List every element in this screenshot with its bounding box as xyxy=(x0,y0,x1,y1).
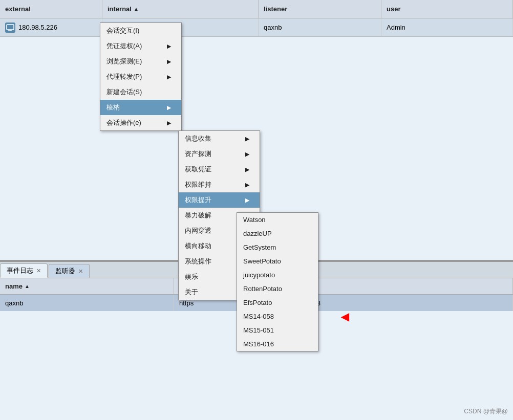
menu-item-session-op[interactable]: 会话操作(e) ▶ xyxy=(100,115,181,130)
menu-item-browse[interactable]: 浏览探测(E) ▶ xyxy=(100,54,181,69)
header-internal: internal ▲ xyxy=(102,0,259,18)
menu-item-juicypotato[interactable]: juicypotato xyxy=(237,268,318,282)
menu-item-get-cred[interactable]: 获取凭证 ▶ xyxy=(179,162,260,177)
submenu-arrow: ▶ xyxy=(167,74,171,80)
tab-event-log[interactable]: 事件日志 ✕ xyxy=(0,263,48,278)
table-row[interactable]: 180.98.5.226 192.168.138.136 qaxnb Admin xyxy=(0,18,513,37)
submenu-arrow: ▶ xyxy=(245,151,249,158)
menu-item-credential[interactable]: 凭证提权(A) ▶ xyxy=(100,38,181,54)
red-arrow-annotation: ◀ xyxy=(341,311,349,323)
menu-item-proxy[interactable]: 代理转发(P) ▶ xyxy=(100,69,181,84)
watermark: CSDN @青果@ xyxy=(464,407,508,416)
menu-item-ms14-058[interactable]: MS14-058 ◀ xyxy=(237,310,318,323)
menu-item-efspotato[interactable]: EfsPotato xyxy=(237,296,318,310)
tab-listener[interactable]: 监听器 ✕ xyxy=(49,264,90,278)
menu-item-rottenpotato[interactable]: RottenPotato xyxy=(237,282,318,296)
header-user: user xyxy=(381,0,513,18)
menu-item-getsystem[interactable]: GetSystem xyxy=(237,240,318,254)
menu-item-watson[interactable]: Watson xyxy=(237,213,318,227)
menu-item-dazzleup[interactable]: dazzleUP xyxy=(237,227,318,240)
svg-rect-0 xyxy=(7,25,14,30)
menu-item-new-session[interactable]: 新建会话(S) xyxy=(100,84,181,100)
bottom-sort-icon: ▲ xyxy=(25,283,30,289)
submenu-arrow: ▶ xyxy=(167,43,171,50)
menu-item-session-interact[interactable]: 会话交互(I) xyxy=(100,23,181,38)
submenu-arrow: ▶ xyxy=(245,136,249,142)
header-external: external xyxy=(0,0,102,18)
row-icon xyxy=(5,23,15,33)
cell-listener: qaxnb xyxy=(259,18,381,36)
menu-item-ms16-016[interactable]: MS16-016 xyxy=(237,337,318,351)
context-menu-level1: 会话交互(I) 凭证提权(A) ▶ 浏览探测(E) ▶ 代理转发(P) ▶ 新建… xyxy=(100,23,182,131)
submenu-arrow: ▶ xyxy=(245,197,249,204)
submenu-arrow: ▶ xyxy=(167,104,171,111)
menu-item-asset-detect[interactable]: 资产探测 ▶ xyxy=(179,146,260,162)
menu-item-priv-escalate[interactable]: 权限提升 ▶ xyxy=(179,192,260,208)
context-menu-level3: Watson dazzleUP GetSystem SweetPotato ju… xyxy=(237,212,318,351)
menu-item-info-collect[interactable]: 信息收集 ▶ xyxy=(179,131,260,146)
bottom-cell-name: qaxnb xyxy=(0,295,174,311)
bottom-header-name: name ▲ xyxy=(0,278,174,294)
table-header: external internal ▲ listener user xyxy=(0,0,513,18)
cell-external: 180.98.5.226 xyxy=(0,18,102,36)
main-table-area: external internal ▲ listener user 180.98… xyxy=(0,0,513,261)
menu-item-sweetpotato[interactable]: SweetPotato xyxy=(237,254,318,268)
menu-item-ms15-051[interactable]: MS15-051 xyxy=(237,323,318,337)
tab-close-listener[interactable]: ✕ xyxy=(78,268,83,275)
submenu-arrow: ▶ xyxy=(167,58,171,65)
header-listener: listener xyxy=(259,0,381,18)
submenu-arrow: ▶ xyxy=(245,166,249,173)
menu-item-lingni[interactable]: 棱枘 ▶ xyxy=(100,100,181,115)
menu-item-priv-maintain[interactable]: 权限维持 ▶ xyxy=(179,177,260,192)
cell-user: Admin xyxy=(381,18,513,36)
sort-icon: ▲ xyxy=(134,6,139,12)
submenu-arrow: ▶ xyxy=(167,120,171,126)
submenu-arrow: ▶ xyxy=(245,182,249,188)
tab-close-event-log[interactable]: ✕ xyxy=(36,268,41,274)
